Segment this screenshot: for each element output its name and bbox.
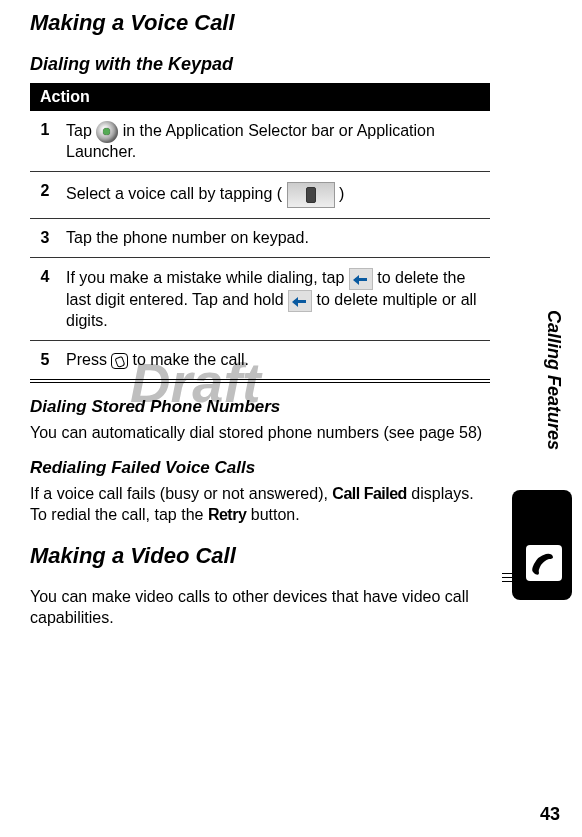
label-retry: Retry	[208, 506, 246, 523]
page-number: 43	[540, 804, 560, 825]
table-row: 3 Tap the phone number on keypad.	[30, 219, 490, 258]
heading-keypad: Dialing with the Keypad	[30, 54, 490, 75]
step-number: 3	[30, 219, 60, 258]
heading-video-call: Making a Video Call	[30, 543, 490, 569]
steps-table: 1 Tap in the Application Selector bar or…	[30, 111, 490, 383]
step-text: Tap the phone number on keypad.	[60, 219, 490, 258]
page-content: Making a Voice Call Dialing with the Key…	[0, 0, 520, 629]
paragraph-redial: If a voice call fails (busy or not answe…	[30, 484, 490, 526]
table-row: 5 Press to make the call.	[30, 341, 490, 382]
text: button.	[251, 506, 300, 523]
heading-stored-numbers: Dialing Stored Phone Numbers	[30, 397, 490, 417]
backspace-icon	[349, 268, 373, 290]
text: If you make a mistake while dialing, tap	[66, 269, 349, 286]
step-text: Select a voice call by tapping ( )	[60, 172, 490, 219]
app-selector-icon	[96, 121, 118, 143]
text: If a voice call fails (busy or not answe…	[30, 485, 332, 502]
step-number: 5	[30, 341, 60, 382]
step-text: If you make a mistake while dialing, tap…	[60, 258, 490, 341]
text: Press	[66, 351, 111, 368]
voice-call-icon	[287, 182, 335, 208]
sidebar-section-label: Calling Features	[543, 310, 564, 450]
paragraph-video: You can make video calls to other device…	[30, 587, 490, 629]
text: in the Application Selector bar or Appli…	[66, 122, 435, 160]
step-number: 1	[30, 111, 60, 172]
heading-voice-call: Making a Voice Call	[30, 10, 490, 36]
step-text: Tap in the Application Selector bar or A…	[60, 111, 490, 172]
label-call-failed: Call Failed	[332, 485, 407, 502]
step-number: 4	[30, 258, 60, 341]
backspace-icon	[288, 290, 312, 312]
step-number: 2	[30, 172, 60, 219]
call-key-icon	[111, 353, 128, 369]
paragraph-stored: You can automatically dial stored phone …	[30, 423, 490, 444]
text: Select a voice call by tapping (	[66, 185, 287, 202]
heading-redial: Redialing Failed Voice Calls	[30, 458, 490, 478]
handset-icon	[528, 550, 558, 580]
table-row: 4 If you make a mistake while dialing, t…	[30, 258, 490, 341]
table-row: 2 Select a voice call by tapping ( )	[30, 172, 490, 219]
table-row: 1 Tap in the Application Selector bar or…	[30, 111, 490, 172]
text: to make the call.	[132, 351, 249, 368]
text: Tap	[66, 122, 96, 139]
table-header-action: Action	[30, 83, 490, 111]
step-text: Press to make the call.	[60, 341, 490, 382]
text: )	[339, 185, 344, 202]
